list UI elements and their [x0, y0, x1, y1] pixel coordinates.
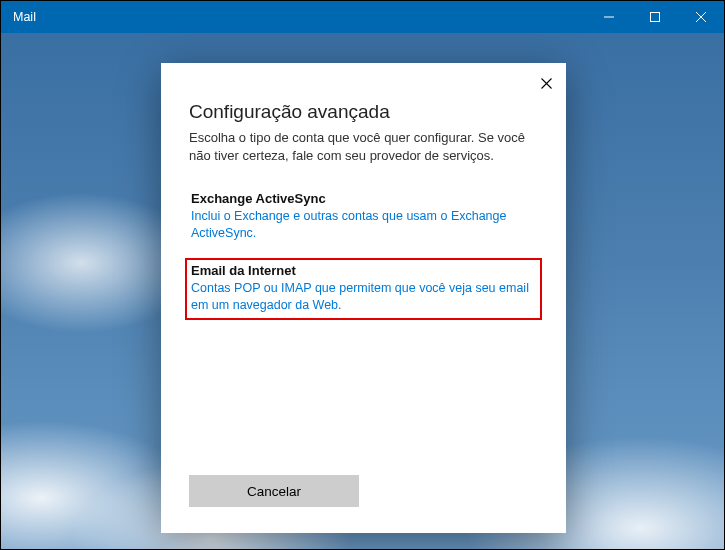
close-window-button[interactable]	[678, 1, 724, 33]
option-desc: Contas POP ou IMAP que permitem que você…	[191, 280, 536, 314]
close-icon	[696, 12, 706, 22]
advanced-setup-dialog: Configuração avançada Escolha o tipo de …	[161, 63, 566, 533]
app-window: Mail Configuração avançada Escolha o tip…	[0, 0, 725, 550]
option-desc: Inclui o Exchange e outras contas que us…	[191, 208, 536, 242]
dialog-subtitle: Escolha o tipo de conta que você quer co…	[189, 129, 538, 165]
option-title: Exchange ActiveSync	[191, 191, 536, 206]
option-exchange-activesync[interactable]: Exchange ActiveSync Inclui o Exchange e …	[189, 187, 538, 248]
dialog-body: Configuração avançada Escolha o tipo de …	[161, 63, 566, 475]
svg-rect-1	[651, 13, 660, 22]
option-internet-email[interactable]: Email da Internet Contas POP ou IMAP que…	[185, 258, 542, 321]
cancel-button[interactable]: Cancelar	[189, 475, 359, 507]
maximize-button[interactable]	[632, 1, 678, 33]
titlebar: Mail	[1, 1, 724, 33]
option-title: Email da Internet	[191, 263, 536, 278]
window-title: Mail	[13, 10, 36, 24]
dialog-close-button[interactable]	[532, 69, 560, 97]
maximize-icon	[650, 12, 660, 22]
dialog-title: Configuração avançada	[189, 101, 538, 123]
titlebar-controls	[586, 1, 724, 33]
minimize-button[interactable]	[586, 1, 632, 33]
dialog-footer: Cancelar	[161, 475, 566, 533]
minimize-icon	[604, 12, 614, 22]
close-icon	[541, 78, 552, 89]
